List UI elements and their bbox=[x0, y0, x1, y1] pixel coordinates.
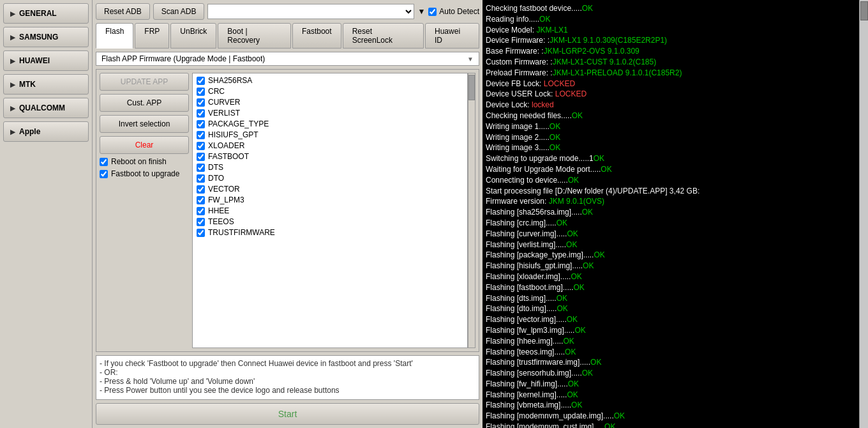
log-line: Device USER Lock: LOCKED bbox=[486, 89, 856, 100]
right-scrollbar-thumb[interactable] bbox=[860, 1, 868, 20]
sidebar-item-label: MTK bbox=[19, 80, 36, 89]
arrow-icon: ▶ bbox=[10, 128, 15, 135]
clear-button[interactable]: Clear bbox=[100, 136, 189, 154]
log-line: Flashing [kernel.img].....OK bbox=[486, 390, 856, 401]
checkbox-label: CURVER bbox=[208, 98, 240, 107]
checkbox-sha256rsa[interactable] bbox=[197, 77, 205, 85]
cust-app-button[interactable]: Cust. APP bbox=[100, 94, 189, 112]
checkbox-label: DTO bbox=[208, 174, 224, 183]
reboot-on-finish-label: Reboot on finish bbox=[111, 157, 167, 166]
checkbox-fw_lpm3[interactable] bbox=[197, 196, 205, 204]
checkbox-item: DTS bbox=[195, 162, 465, 172]
log-line: Flashing [package_type.img].....OK bbox=[486, 250, 856, 261]
auto-detect-area: Auto Detect bbox=[428, 7, 479, 16]
log-line: Device Firmware: :JKM-LX1 9.1.0.309(C185… bbox=[486, 35, 856, 46]
dropdown-arrow-icon: ▼ bbox=[467, 56, 474, 63]
sidebar-item-label: QUALCOMM bbox=[19, 103, 65, 112]
checkbox-vector[interactable] bbox=[197, 185, 205, 194]
update-app-button[interactable]: UPDATE APP bbox=[100, 73, 189, 91]
tab-flash[interactable]: Flash bbox=[96, 23, 133, 49]
scrollbar-thumb[interactable] bbox=[468, 75, 475, 100]
log-line: Reading info.....OK bbox=[486, 14, 856, 25]
dropdown-arrow-icon: ▼ bbox=[417, 7, 425, 16]
log-line: Flashing [sha256rsa.img].....OK bbox=[486, 207, 856, 218]
tab-bar: Flash FRP UnBrick Boot | Recovery Fastbo… bbox=[96, 23, 479, 49]
reset-adb-button[interactable]: Reset ADB bbox=[96, 3, 150, 20]
arrow-icon: ▶ bbox=[10, 81, 15, 88]
log-line: Flashing [crc.img].....OK bbox=[486, 218, 856, 229]
checkbox-hisiufs_gpt[interactable] bbox=[197, 131, 205, 139]
checkbox-item: TRUSTFIRMWARE bbox=[195, 227, 465, 238]
checkbox-label: FW_LPM3 bbox=[208, 195, 244, 204]
log-line: Flashing [vbmeta.img].....OK bbox=[486, 400, 856, 411]
sidebar-item-apple[interactable]: ▶ Apple bbox=[3, 121, 89, 142]
sidebar-item-general[interactable]: ▶ GENERAL bbox=[3, 3, 89, 24]
checkbox-curver[interactable] bbox=[197, 98, 205, 107]
info-line: - If you check 'Fastboot to upgrade' the… bbox=[100, 359, 475, 368]
auto-detect-checkbox[interactable] bbox=[428, 8, 437, 16]
sidebar-item-huawei[interactable]: ▶ HUAWEI bbox=[3, 50, 89, 71]
info-line: - Press & hold 'Volume up' and 'Volume d… bbox=[100, 377, 475, 386]
sidebar-item-qualcomm[interactable]: ▶ QUALCOMM bbox=[3, 98, 89, 118]
checkbox-list: SHA256RSACRCCURVERVERLISTPACKAGE_TYPEHIS… bbox=[192, 73, 468, 348]
log-line: Device Lock: locked bbox=[486, 100, 856, 111]
fastboot-to-upgrade-checkbox[interactable] bbox=[100, 170, 108, 178]
start-button[interactable]: Start bbox=[96, 403, 479, 425]
tab-frp[interactable]: FRP bbox=[135, 23, 169, 49]
fastboot-to-upgrade-row: Fastboot to upgrade bbox=[100, 169, 189, 178]
checkbox-item: SHA256RSA bbox=[195, 75, 465, 86]
sidebar-item-mtk[interactable]: ▶ MTK bbox=[3, 74, 89, 95]
log-line: Flashing [verlist.img].....OK bbox=[486, 240, 856, 250]
flash-mode-dropdown[interactable]: Flash APP Firmware (Upgrade Mode | Fastb… bbox=[96, 52, 479, 66]
tab-reset-screenlock[interactable]: Reset ScreenLock bbox=[343, 23, 424, 49]
log-line: Flashing [modemnvm_cust.img].....OK bbox=[486, 422, 856, 428]
checkbox-item: PACKAGE_TYPE bbox=[195, 119, 465, 129]
checkbox-item: XLOADER bbox=[195, 141, 465, 151]
checkbox-item: VERLIST bbox=[195, 108, 465, 118]
checkbox-xloader[interactable] bbox=[197, 142, 205, 150]
sidebar-item-samsung[interactable]: ▶ SAMSUNG bbox=[3, 27, 89, 47]
port-select[interactable] bbox=[207, 4, 414, 19]
checkbox-trustfirmware[interactable] bbox=[197, 229, 205, 237]
scan-adb-button[interactable]: Scan ADB bbox=[153, 3, 205, 20]
checkbox-dto[interactable] bbox=[197, 174, 205, 183]
scrollbar[interactable] bbox=[468, 73, 475, 348]
auto-detect-label: Auto Detect bbox=[439, 7, 479, 16]
reboot-on-finish-checkbox[interactable] bbox=[100, 158, 108, 166]
sidebar: ▶ GENERAL ▶ SAMSUNG ▶ HUAWEI ▶ MTK ▶ QUA… bbox=[0, 0, 93, 428]
log-line: Flashing [dto.img].....OK bbox=[486, 303, 856, 314]
controls-panel: UPDATE APP Cust. APP Invert selection Cl… bbox=[100, 73, 189, 348]
checkbox-crc[interactable] bbox=[197, 88, 205, 96]
checkbox-label: TEEOS bbox=[208, 217, 234, 226]
log-line: Flashing [sensorhub.img].....OK bbox=[486, 368, 856, 379]
tab-unbrick[interactable]: UnBrick bbox=[170, 23, 216, 49]
checkbox-item: FASTBOOT bbox=[195, 151, 465, 162]
checkbox-package_type[interactable] bbox=[197, 120, 205, 128]
checkbox-verlist[interactable] bbox=[197, 109, 205, 118]
log-line: Flashing [hisiufs_gpt.img].....OK bbox=[486, 261, 856, 271]
tab-boot-recovery[interactable]: Boot | Recovery bbox=[218, 23, 291, 49]
checkbox-label: DTS bbox=[208, 163, 223, 172]
checkbox-hhee[interactable] bbox=[197, 207, 205, 215]
log-line: Start processing file [D:/New folder (4)… bbox=[486, 186, 856, 197]
log-line: Checking fastboot device.....OK bbox=[486, 3, 856, 14]
log-line: Flashing [teeos.img].....OK bbox=[486, 347, 856, 358]
invert-selection-button[interactable]: Invert selection bbox=[100, 115, 189, 133]
top-bar: Reset ADB Scan ADB ▼ Auto Detect bbox=[96, 3, 479, 20]
log-line: Preload Firmware: :JKM-LX1-PRELOAD 9.1.0… bbox=[486, 68, 856, 79]
sidebar-item-label: GENERAL bbox=[19, 9, 57, 18]
right-scrollbar[interactable] bbox=[859, 0, 868, 428]
main-content: Reset ADB Scan ADB ▼ Auto Detect Flash F… bbox=[93, 0, 483, 428]
log-line: Waiting for Upgrade Mode port.....OK bbox=[486, 164, 856, 175]
checkbox-fastboot[interactable] bbox=[197, 153, 205, 161]
checkbox-teeos[interactable] bbox=[197, 218, 205, 226]
checkbox-dts[interactable] bbox=[197, 164, 205, 172]
panel-area: UPDATE APP Cust. APP Invert selection Cl… bbox=[96, 69, 479, 352]
checkbox-label: XLOADER bbox=[208, 141, 244, 150]
log-line: Flashing [fw_lpm3.img].....OK bbox=[486, 325, 856, 336]
arrow-icon: ▶ bbox=[10, 105, 15, 112]
tab-fastboot[interactable]: Fastboot bbox=[292, 23, 341, 49]
tab-huawei-id[interactable]: Huawei ID bbox=[425, 23, 479, 49]
checkbox-item: HISIUFS_GPT bbox=[195, 130, 465, 140]
log-line: Flashing [xloader.img].....OK bbox=[486, 271, 856, 282]
